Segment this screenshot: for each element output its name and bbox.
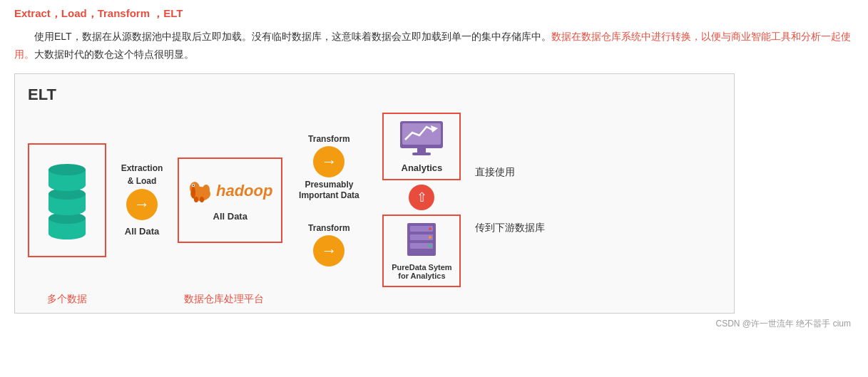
desc-before: 使用ELT，数据在从源数据池中提取后立即加载。没有临时数据库，这意味着数据会立即…: [34, 31, 551, 42]
svg-point-16: [200, 197, 204, 202]
upload-arrow-icon: ⇧: [409, 185, 434, 210]
downstream-label: 传到下游数据库: [475, 222, 545, 234]
svg-point-27: [429, 236, 432, 239]
svg-point-26: [429, 227, 432, 230]
transform-bottom-row: Transform →: [308, 223, 350, 267]
transform-section: Transform → PresumablyImportant Data Tra…: [282, 134, 375, 267]
svg-point-13: [193, 185, 194, 186]
elt-diagram: ELT: [14, 73, 735, 314]
diagram-title: ELT: [28, 86, 721, 104]
db-cylinders-icon: [46, 154, 88, 247]
svg-point-14: [203, 185, 210, 195]
extraction-arrow-icon: →: [126, 189, 158, 220]
hadoop-text: hadoop: [216, 182, 272, 200]
analytics-label: Analytics: [402, 162, 443, 173]
hadoop-label-text: 数据仓库处理平台: [184, 293, 264, 304]
transform-bottom-label: Transform: [308, 223, 350, 233]
right-labels: 直接使用 传到下游数据库: [468, 166, 545, 234]
source-bottom-label: 多个数据: [28, 293, 106, 306]
source-label-text: 多个数据: [47, 293, 87, 304]
hadoop-bottom-label: 数据仓库处理平台: [178, 293, 270, 306]
extraction-section: Extraction & Load → All Data: [106, 163, 178, 237]
extraction-label: Extraction: [121, 163, 163, 173]
page-title: Extract，Load，Transform ，ELT: [14, 7, 854, 21]
footer: CSDN @许一世流年 绝不嚣手 cium: [14, 318, 854, 330]
transform-bottom-arrow-icon: →: [313, 235, 344, 267]
svg-point-15: [194, 197, 198, 202]
puredata-box: PureData Sytem for Analytics: [382, 215, 461, 287]
analytics-monitor-icon: [397, 120, 446, 157]
hadoop-section: hadoop All Data: [178, 157, 282, 243]
puredata-server-icon: [403, 222, 440, 257]
hadoop-logo-group: hadoop: [188, 178, 272, 204]
svg-point-11: [191, 187, 195, 198]
svg-rect-21: [412, 153, 431, 155]
diagram-content: Extraction & Load → All Data: [28, 113, 721, 287]
desc-after: 大数据时代的数仓这个特点很明显。: [34, 48, 194, 60]
extraction-label2: & Load: [128, 176, 157, 186]
svg-rect-20: [417, 148, 426, 153]
transform-top-row: Transform → PresumablyImportant Data: [299, 134, 359, 202]
bottom-labels-row: 多个数据 数据仓库处理平台: [28, 293, 721, 306]
source-section: [28, 143, 106, 257]
hadoop-all-data: All Data: [213, 211, 247, 222]
page-container: Extract，Load，Transform ，ELT 使用ELT，数据在从源数…: [0, 0, 868, 337]
analytics-section: Analytics ⇧: [375, 113, 468, 287]
extraction-all-data: All Data: [125, 226, 159, 237]
presumably-label: PresumablyImportant Data: [299, 180, 359, 202]
analytics-box: Analytics: [382, 113, 461, 180]
transform-top-arrow-icon: →: [313, 146, 344, 177]
hadoop-elephant-icon: [188, 178, 213, 204]
transform-top-label: Transform: [308, 134, 350, 144]
svg-point-8: [48, 164, 86, 175]
description: 使用ELT，数据在从源数据池中提取后立即加载。没有临时数据库，这意味着数据会立即…: [14, 28, 854, 63]
direct-use-label: 直接使用: [475, 166, 545, 179]
puredata-label: PureData Sytem for Analytics: [389, 263, 454, 280]
svg-point-28: [429, 244, 432, 247]
